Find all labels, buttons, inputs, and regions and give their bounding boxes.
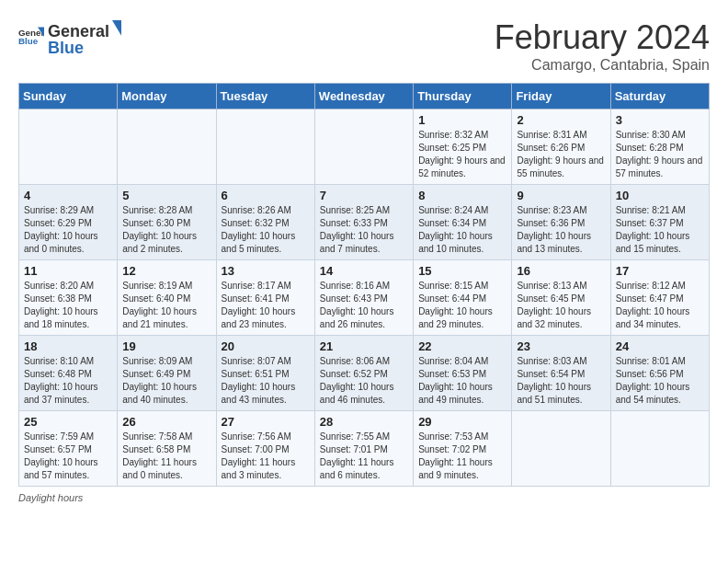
calendar-cell: 6Sunrise: 8:26 AM Sunset: 6:32 PM Daylig…	[216, 185, 314, 260]
calendar-cell: 18Sunrise: 8:10 AM Sunset: 6:48 PM Dayli…	[19, 336, 118, 411]
calendar-cell	[118, 109, 216, 185]
day-info: Sunrise: 8:19 AM Sunset: 6:40 PM Dayligh…	[122, 280, 211, 331]
day-number: 23	[517, 339, 606, 353]
calendar-body: 1Sunrise: 8:32 AM Sunset: 6:25 PM Daylig…	[19, 109, 710, 487]
day-info: Sunrise: 8:09 AM Sunset: 6:49 PM Dayligh…	[122, 355, 211, 407]
day-number: 4	[24, 189, 113, 202]
day-info: Sunrise: 8:12 AM Sunset: 6:47 PM Dayligh…	[616, 280, 705, 331]
calendar-cell: 29Sunrise: 7:53 AM Sunset: 7:02 PM Dayli…	[414, 411, 512, 487]
day-number: 27	[222, 415, 311, 429]
day-number: 18	[24, 339, 113, 353]
day-number: 2	[517, 113, 606, 127]
day-number: 28	[320, 415, 409, 429]
day-info: Sunrise: 8:01 AM Sunset: 6:56 PM Dayligh…	[616, 355, 705, 407]
calendar-cell	[216, 109, 314, 185]
day-number: 13	[222, 264, 311, 278]
day-number: 19	[122, 339, 211, 353]
day-number: 11	[24, 264, 113, 278]
day-number: 6	[222, 189, 311, 202]
calendar-day-header: Monday	[118, 84, 216, 109]
calendar-day-header: Wednesday	[314, 84, 413, 109]
svg-text:Blue: Blue	[48, 39, 84, 57]
day-info: Sunrise: 8:13 AM Sunset: 6:45 PM Dayligh…	[517, 280, 606, 331]
day-info: Sunrise: 7:59 AM Sunset: 6:57 PM Dayligh…	[24, 431, 113, 482]
calendar-cell: 20Sunrise: 8:07 AM Sunset: 6:51 PM Dayli…	[216, 336, 314, 411]
calendar-week-row: 11Sunrise: 8:20 AM Sunset: 6:38 PM Dayli…	[19, 260, 710, 336]
calendar-cell: 10Sunrise: 8:21 AM Sunset: 6:37 PM Dayli…	[610, 185, 709, 260]
logo-icon: General Blue	[18, 24, 44, 50]
day-info: Sunrise: 8:29 AM Sunset: 6:29 PM Dayligh…	[24, 204, 113, 256]
day-info: Sunrise: 8:28 AM Sunset: 6:30 PM Dayligh…	[122, 204, 211, 256]
calendar-cell: 8Sunrise: 8:24 AM Sunset: 6:34 PM Daylig…	[414, 185, 512, 260]
title-area: February 2024 Camargo, Cantabria, Spain	[495, 18, 710, 74]
day-info: Sunrise: 8:07 AM Sunset: 6:51 PM Dayligh…	[222, 355, 311, 407]
day-info: Sunrise: 7:53 AM Sunset: 7:02 PM Dayligh…	[418, 431, 507, 482]
month-title: February 2024	[495, 18, 710, 57]
day-info: Sunrise: 8:23 AM Sunset: 6:36 PM Dayligh…	[517, 204, 606, 256]
svg-text:General: General	[48, 22, 109, 40]
logo: General Blue General Blue	[18, 18, 94, 55]
day-number: 21	[320, 339, 409, 353]
calendar-cell: 4Sunrise: 8:29 AM Sunset: 6:29 PM Daylig…	[19, 185, 118, 260]
calendar-week-row: 25Sunrise: 7:59 AM Sunset: 6:57 PM Dayli…	[19, 411, 710, 487]
logo-svg: General Blue	[48, 18, 121, 60]
day-info: Sunrise: 8:06 AM Sunset: 6:52 PM Dayligh…	[320, 355, 409, 407]
calendar-cell: 15Sunrise: 8:15 AM Sunset: 6:44 PM Dayli…	[414, 260, 512, 336]
calendar-cell: 19Sunrise: 8:09 AM Sunset: 6:49 PM Dayli…	[118, 336, 216, 411]
calendar-day-header: Friday	[512, 84, 610, 109]
day-number: 20	[222, 339, 311, 353]
calendar-cell: 9Sunrise: 8:23 AM Sunset: 6:36 PM Daylig…	[512, 185, 610, 260]
day-number: 10	[616, 189, 705, 202]
footer-label: Daylight hours	[18, 492, 83, 503]
calendar-cell: 21Sunrise: 8:06 AM Sunset: 6:52 PM Dayli…	[314, 336, 413, 411]
day-info: Sunrise: 8:31 AM Sunset: 6:26 PM Dayligh…	[517, 129, 606, 180]
footer: Daylight hours	[18, 492, 710, 503]
day-number: 8	[418, 189, 507, 202]
calendar-cell: 27Sunrise: 7:56 AM Sunset: 7:00 PM Dayli…	[216, 411, 314, 487]
calendar-table: SundayMondayTuesdayWednesdayThursdayFrid…	[18, 83, 710, 487]
header: General Blue General Blue February 2024 …	[18, 18, 710, 74]
location-title: Camargo, Cantabria, Spain	[495, 57, 710, 74]
day-info: Sunrise: 7:55 AM Sunset: 7:01 PM Dayligh…	[320, 431, 409, 482]
calendar-cell: 14Sunrise: 8:16 AM Sunset: 6:43 PM Dayli…	[314, 260, 413, 336]
calendar-week-row: 1Sunrise: 8:32 AM Sunset: 6:25 PM Daylig…	[19, 109, 710, 185]
calendar-cell: 23Sunrise: 8:03 AM Sunset: 6:54 PM Dayli…	[512, 336, 610, 411]
day-number: 14	[320, 264, 409, 278]
day-number: 1	[418, 113, 507, 127]
calendar-cell: 22Sunrise: 8:04 AM Sunset: 6:53 PM Dayli…	[414, 336, 512, 411]
day-number: 17	[616, 264, 705, 278]
calendar-week-row: 4Sunrise: 8:29 AM Sunset: 6:29 PM Daylig…	[19, 185, 710, 260]
calendar-cell	[19, 109, 118, 185]
day-number: 15	[418, 264, 507, 278]
svg-text:Blue: Blue	[18, 36, 39, 46]
day-info: Sunrise: 8:30 AM Sunset: 6:28 PM Dayligh…	[616, 129, 705, 180]
day-info: Sunrise: 8:24 AM Sunset: 6:34 PM Dayligh…	[418, 204, 507, 256]
day-number: 24	[616, 339, 705, 353]
calendar-cell: 7Sunrise: 8:25 AM Sunset: 6:33 PM Daylig…	[314, 185, 413, 260]
calendar-cell: 26Sunrise: 7:58 AM Sunset: 6:58 PM Dayli…	[118, 411, 216, 487]
day-number: 22	[418, 339, 507, 353]
day-info: Sunrise: 8:26 AM Sunset: 6:32 PM Dayligh…	[222, 204, 311, 256]
svg-marker-5	[112, 20, 121, 39]
day-number: 29	[418, 415, 507, 429]
calendar-cell: 3Sunrise: 8:30 AM Sunset: 6:28 PM Daylig…	[610, 109, 709, 185]
day-info: Sunrise: 8:10 AM Sunset: 6:48 PM Dayligh…	[24, 355, 113, 407]
day-info: Sunrise: 7:56 AM Sunset: 7:00 PM Dayligh…	[222, 431, 311, 482]
calendar-cell	[610, 411, 709, 487]
calendar-cell: 5Sunrise: 8:28 AM Sunset: 6:30 PM Daylig…	[118, 185, 216, 260]
calendar-cell	[314, 109, 413, 185]
day-info: Sunrise: 8:16 AM Sunset: 6:43 PM Dayligh…	[320, 280, 409, 331]
day-info: Sunrise: 8:20 AM Sunset: 6:38 PM Dayligh…	[24, 280, 113, 331]
day-number: 26	[122, 415, 211, 429]
calendar-day-header: Saturday	[610, 84, 709, 109]
day-number: 12	[122, 264, 211, 278]
calendar-cell: 13Sunrise: 8:17 AM Sunset: 6:41 PM Dayli…	[216, 260, 314, 336]
calendar-header-row: SundayMondayTuesdayWednesdayThursdayFrid…	[19, 84, 710, 109]
calendar-week-row: 18Sunrise: 8:10 AM Sunset: 6:48 PM Dayli…	[19, 336, 710, 411]
calendar-cell: 16Sunrise: 8:13 AM Sunset: 6:45 PM Dayli…	[512, 260, 610, 336]
day-info: Sunrise: 8:17 AM Sunset: 6:41 PM Dayligh…	[222, 280, 311, 331]
calendar-cell: 17Sunrise: 8:12 AM Sunset: 6:47 PM Dayli…	[610, 260, 709, 336]
calendar-cell	[512, 411, 610, 487]
day-number: 25	[24, 415, 113, 429]
day-info: Sunrise: 8:32 AM Sunset: 6:25 PM Dayligh…	[418, 129, 507, 180]
